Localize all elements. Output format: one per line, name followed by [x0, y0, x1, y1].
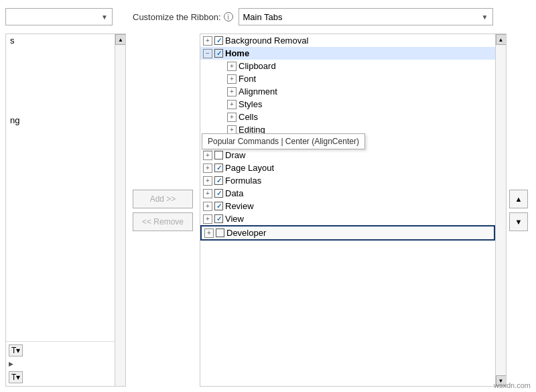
expand-icon-clipboard[interactable]: + — [227, 62, 237, 71]
expand-icon-alignment[interactable]: + — [227, 87, 237, 96]
left-small-arrow-icon: ▶ — [9, 361, 13, 367]
label-review: Review — [225, 201, 254, 211]
left-item-s-label: s — [10, 36, 15, 46]
tree-item-view[interactable]: + View — [200, 212, 495, 225]
watermark-text: wsxdn.com — [494, 381, 531, 389]
tree-item-home[interactable]: − Home — [200, 47, 495, 60]
customize-text: Customize the Ribbon: — [133, 12, 221, 22]
up-arrow-icon: ▲ — [515, 195, 523, 203]
expand-icon-home[interactable]: − — [203, 49, 212, 58]
left-item-s[interactable]: s — [6, 34, 115, 47]
label-developer: Developer — [226, 228, 266, 238]
checkbox-data[interactable] — [214, 189, 223, 198]
top-row: ▼ Customize the Ribbon: i Main Tabs ▼ — [5, 5, 531, 28]
expand-icon-view[interactable]: + — [203, 214, 212, 224]
expand-icon-font[interactable]: + — [227, 74, 237, 84]
middle-controls: Add >> << Remove — [126, 34, 200, 387]
tree-item-review[interactable]: + Review — [200, 200, 495, 212]
expand-icon-review[interactable]: + — [203, 202, 212, 211]
tree-item-background-removal[interactable]: + Background Removal — [200, 34, 495, 47]
checkbox-draw[interactable] — [214, 151, 223, 159]
checkbox-page-layout[interactable] — [214, 164, 223, 172]
main-container: ▼ Customize the Ribbon: i Main Tabs ▼ ▲ — [0, 0, 536, 392]
left-dropdown-arrow-icon: ▼ — [101, 13, 108, 21]
label-home: Home — [225, 48, 249, 58]
ribbon-dropdown[interactable]: Main Tabs ▼ — [239, 8, 493, 25]
tooltip: Popular Commands | Center (AlignCenter) — [202, 133, 365, 149]
left-item-ng[interactable]: ng — [6, 114, 115, 127]
left-item-ng-label: ng — [10, 115, 19, 125]
tooltip-text: Popular Commands | Center (AlignCenter) — [208, 137, 359, 146]
tree-item-developer[interactable]: + Developer — [200, 225, 495, 241]
label-alignment: Alignment — [239, 86, 277, 96]
right-section-header: Customize the Ribbon: i Main Tabs ▼ — [133, 8, 531, 25]
tree-item-page-layout[interactable]: + Page Layout — [200, 161, 495, 174]
tree-item-alignment[interactable]: + Alignment — [200, 85, 495, 98]
tree-item-font[interactable]: + Font — [200, 72, 495, 85]
customize-label: Customize the Ribbon: i — [133, 12, 233, 22]
expand-icon-data[interactable]: + — [203, 189, 212, 198]
label-page-layout: Page Layout — [225, 163, 274, 173]
left-panel: ▲ s ng T▾ ▶ T▾ — [5, 34, 126, 387]
right-panel-scroll: + Background Removal − Home + Clipboard — [200, 34, 506, 386]
expand-icon-cells[interactable]: + — [227, 113, 237, 122]
expand-icon-styles[interactable]: + — [227, 100, 237, 109]
label-clipboard: Clipboard — [239, 61, 276, 71]
expand-icon-formulas[interactable]: + — [203, 176, 212, 186]
left-nav-icon-1[interactable]: T▾ — [9, 344, 23, 356]
expand-icon-page-layout[interactable]: + — [203, 164, 212, 173]
left-nav-icon-row-1[interactable]: T▾ — [9, 344, 23, 356]
label-data: Data — [225, 188, 243, 198]
add-button[interactable]: Add >> — [133, 190, 193, 208]
tree-item-formulas[interactable]: + Formulas — [200, 174, 495, 187]
left-nav-icon-row-3[interactable]: T▾ — [9, 371, 23, 383]
tree-item-data[interactable]: + Data — [200, 187, 495, 200]
watermark: wsxdn.com — [494, 381, 531, 389]
left-nav-icon-3[interactable]: T▾ — [9, 371, 23, 383]
checkbox-developer[interactable] — [216, 228, 224, 237]
ribbon-dropdown-arrow-icon: ▼ — [482, 13, 488, 21]
tree-item-styles[interactable]: + Styles — [200, 98, 495, 111]
left-nav-icon-row-2[interactable]: ▶ — [9, 361, 13, 367]
label-styles: Styles — [239, 99, 262, 109]
tree-item-draw[interactable]: + Draw — [200, 149, 495, 161]
tree-item-clipboard[interactable]: + Clipboard — [200, 60, 495, 72]
down-arrow-icon: ▼ — [515, 218, 523, 226]
checkbox-background-removal[interactable] — [214, 36, 223, 45]
left-dropdown-container: ▼ — [5, 8, 126, 25]
right-arrows: ▲ ▼ — [507, 34, 531, 387]
label-font: Font — [239, 74, 256, 84]
content-area: ▲ s ng T▾ ▶ T▾ — [5, 34, 531, 387]
tree-item-cells[interactable]: + Cells — [200, 111, 495, 123]
checkbox-view[interactable] — [214, 214, 223, 223]
checkbox-review[interactable] — [214, 202, 223, 210]
expand-icon-background-removal[interactable]: + — [203, 36, 212, 46]
label-draw: Draw — [225, 150, 245, 160]
label-background-removal: Background Removal — [225, 36, 308, 46]
right-panel: Popular Commands | Center (AlignCenter) … — [200, 34, 507, 387]
down-arrow-btn[interactable]: ▼ — [509, 212, 528, 231]
checkbox-formulas[interactable] — [214, 176, 223, 185]
expand-icon-draw[interactable]: + — [203, 151, 212, 160]
label-formulas: Formulas — [225, 176, 261, 186]
label-cells: Cells — [239, 112, 258, 122]
left-dropdown[interactable]: ▼ — [5, 8, 113, 25]
left-bottom-icons: T▾ ▶ T▾ — [6, 341, 125, 386]
remove-button[interactable]: << Remove — [133, 212, 193, 231]
left-panel-scroll: s ng — [6, 34, 125, 341]
checkbox-home[interactable] — [214, 49, 223, 58]
customize-info-icon[interactable]: i — [224, 12, 233, 21]
expand-icon-developer[interactable]: + — [204, 228, 214, 238]
label-view: View — [225, 214, 244, 224]
up-arrow-btn[interactable]: ▲ — [509, 190, 528, 208]
ribbon-dropdown-value: Main Tabs — [243, 12, 283, 22]
